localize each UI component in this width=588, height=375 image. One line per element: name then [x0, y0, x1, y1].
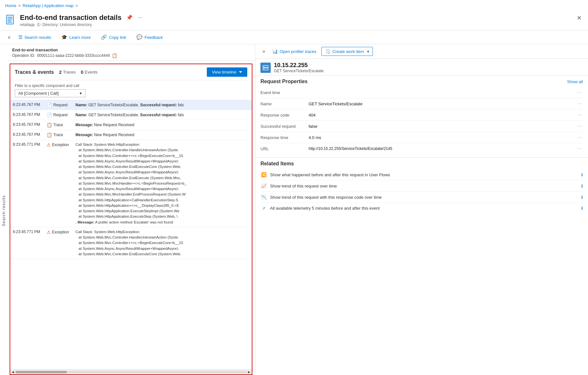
horizontal-scrollbar[interactable]: ◀ ▶ [10, 369, 252, 374]
close-button[interactable]: ✕ [575, 13, 583, 23]
scroll-right-button[interactable]: ▶ [248, 370, 250, 374]
trend-info-icon[interactable]: ℹ [581, 184, 583, 188]
exception-icon: ⚠ [47, 142, 51, 147]
server-address: 10.15.22.255 [274, 62, 324, 69]
right-expand-button[interactable]: » [260, 48, 267, 55]
prop-row-response-time: Response time 4.0 ms ··· [260, 132, 583, 143]
events-num: 0 [81, 69, 83, 75]
operation-id-label: Operation ID: [12, 53, 35, 58]
collapse-button[interactable]: « [5, 33, 13, 41]
events-table[interactable]: 6:23:45.767 PM 📄 Request Name: GET Servi… [10, 100, 252, 369]
transaction-title: End-to-end transaction [12, 48, 250, 52]
related-text-trend: Show trend of this request over time [270, 184, 578, 188]
breadcrumb-home[interactable]: Home [5, 3, 16, 8]
prop-name-event-time: Event time [260, 90, 309, 95]
main-layout: Search results End-to-end transaction Op… [0, 44, 588, 375]
event-type: 📄 Request [47, 112, 75, 118]
response-code-menu-button[interactable]: ··· [576, 112, 583, 118]
event-type: ⚠ Exception [47, 229, 75, 235]
url-menu-button[interactable]: ··· [576, 146, 583, 152]
server-method: GET ServiceTickets/Escalate [274, 69, 324, 73]
event-content: Name: GET ServiceTickets/Escalate, Succe… [75, 112, 249, 118]
prop-row-response-code: Response code 404 ··· [260, 109, 583, 121]
show-all-link[interactable]: Show all [567, 79, 583, 84]
traces-panel: Traces & events 2 Traces 0 Events View t… [10, 64, 252, 375]
event-content: Call Stack: System.Web.HttpException: at… [75, 142, 249, 225]
svg-rect-6 [263, 65, 268, 67]
filter-chevron-icon: ▾ [80, 91, 82, 96]
table-row[interactable]: 6:23:45.771 PM ⚠ Exception Call Stack: S… [10, 227, 252, 259]
profiler-icon: 📊 [272, 49, 278, 54]
chevron-down-icon [239, 71, 242, 73]
related-items-title: Related Items [260, 161, 294, 167]
event-time: 6:23:45.771 PM [13, 142, 47, 147]
traces-header: Traces & events 2 Traces 0 Events View t… [10, 64, 252, 80]
related-text-trend-response: Show trend of this request with this res… [270, 195, 578, 200]
svg-rect-0 [6, 15, 13, 24]
traces-events-title: Traces & events [15, 69, 54, 75]
table-row[interactable]: 6:23:45.767 PM 📄 Request Name: GET Servi… [10, 100, 252, 110]
related-text-telemetry: All available telemetry 5 minutes before… [270, 206, 578, 211]
table-row[interactable]: 6:23:45.767 PM 📋 Trace Message: New Requ… [10, 120, 252, 130]
traces-num: 2 [59, 69, 62, 75]
breadcrumb-retailapp[interactable]: RetailApp | Application map [22, 3, 74, 8]
open-profiler-button[interactable]: 📊 Open profiler traces [272, 49, 316, 54]
page-title: End-to-end transaction details [20, 13, 122, 22]
table-row[interactable]: 6:23:45.767 PM 📋 Trace Message: New Requ… [10, 130, 252, 140]
transaction-header: End-to-end transaction Operation ID: 000… [7, 44, 255, 61]
request-icon: 📄 [47, 102, 52, 108]
feedback-icon: 💬 [136, 34, 143, 40]
event-type: 📄 Request [47, 102, 75, 108]
event-content: Message: New Request Received [75, 132, 249, 138]
related-item-user-flows[interactable]: 🔀 Show what happened before and after th… [260, 169, 583, 180]
properties-section: Request Properties Show all Event time ·… [255, 75, 588, 158]
svg-point-8 [264, 66, 265, 67]
related-item-trend-response[interactable]: 📉 Show trend of this request with this r… [260, 192, 583, 203]
copy-link-button[interactable]: 🔗 Copy link [96, 32, 131, 42]
event-type: 📋 Trace [47, 132, 75, 137]
create-work-item-button[interactable]: 🗒️ Create work item ▾ [321, 47, 373, 56]
event-time: 6:23:45.767 PM [13, 132, 47, 137]
search-results-button[interactable]: ☰ Search results [13, 32, 56, 42]
work-item-chevron-icon: ▾ [367, 49, 369, 54]
filter-select[interactable]: All [Component | Call] ▾ [15, 89, 85, 97]
related-item-telemetry[interactable]: ↗ All available telemetry 5 minutes befo… [260, 203, 583, 214]
table-row[interactable]: 6:23:45.767 PM 📄 Request Name: GET Servi… [10, 110, 252, 120]
prop-name-url: URL [260, 146, 309, 151]
svg-point-9 [264, 69, 265, 69]
user-flows-icon: 🔀 [260, 172, 267, 177]
pin-button[interactable]: 📌 [125, 13, 134, 22]
event-content: Call Stack: System.Web.HttpException: at… [75, 229, 249, 257]
request-icon: 📄 [47, 112, 52, 118]
scroll-thumb[interactable] [15, 371, 67, 373]
scroll-left-button[interactable]: ◀ [12, 370, 14, 374]
learn-more-icon: 🎓 [61, 34, 67, 40]
response-time-menu-button[interactable]: ··· [576, 135, 583, 140]
user-flows-info-icon[interactable]: ℹ [581, 172, 583, 177]
copy-operation-id-button[interactable]: 📋 [112, 53, 117, 58]
event-time: 6:23:45.767 PM [13, 102, 47, 107]
traces-label: Traces [63, 70, 75, 74]
filter-label: Filter to a specific component and call [15, 83, 247, 88]
prop-row-url: URL http://10.15.22.255/ServiceTickets/E… [260, 143, 583, 154]
view-timeline-button[interactable]: View timeline [207, 67, 247, 77]
trend-response-icon: 📉 [260, 195, 267, 200]
name-menu-button[interactable]: ··· [576, 101, 583, 107]
event-time-menu-button[interactable]: ··· [576, 90, 583, 95]
telemetry-info-icon[interactable]: ℹ [581, 206, 583, 211]
related-item-trend[interactable]: 📈 Show trend of this request over time ℹ [260, 180, 583, 192]
filter-area: Filter to a specific component and call … [10, 80, 252, 100]
event-content: Message: New Request Received [75, 122, 249, 128]
learn-more-button[interactable]: 🎓 Learn more [56, 32, 96, 42]
successful-request-menu-button[interactable]: ··· [576, 123, 583, 129]
trend-response-info-icon[interactable]: ℹ [581, 195, 583, 200]
table-row[interactable]: 6:23:45.771 PM ⚠ Exception Call Stack: S… [10, 140, 252, 227]
app-name: retailapp [20, 22, 35, 27]
event-time: 6:23:45.767 PM [13, 112, 47, 117]
prop-row-event-time: Event time ··· [260, 87, 583, 98]
server-icon [260, 63, 271, 73]
more-options-button[interactable]: ··· [137, 13, 144, 22]
scroll-track [15, 371, 247, 373]
feedback-button[interactable]: 💬 Feedback [131, 32, 168, 42]
prop-value-response-code: 404 [309, 113, 576, 118]
